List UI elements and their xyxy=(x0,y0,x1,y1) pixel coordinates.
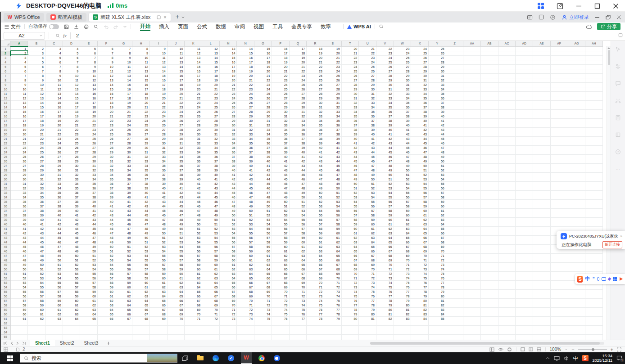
cell-AF7[interactable] xyxy=(550,74,568,78)
cell-K33[interactable]: 43 xyxy=(185,191,202,195)
cell-AG28[interactable] xyxy=(568,168,585,173)
column-header-K[interactable]: K xyxy=(185,41,202,46)
cell-AA10[interactable] xyxy=(463,87,481,92)
cell-AF65[interactable] xyxy=(550,335,568,339)
cell-AF23[interactable] xyxy=(550,146,568,150)
cell-X37[interactable]: 60 xyxy=(411,209,429,213)
cell-R10[interactable]: 27 xyxy=(307,87,324,92)
cell-M54[interactable]: 66 xyxy=(219,285,237,290)
cell-V52[interactable]: 73 xyxy=(376,276,394,281)
cell-G25[interactable]: 31 xyxy=(115,155,132,159)
cell-N3[interactable]: 16 xyxy=(237,56,254,60)
cell-H2[interactable]: 9 xyxy=(132,51,150,56)
cell-X44[interactable]: 67 xyxy=(411,240,429,245)
cell-B58[interactable]: 59 xyxy=(28,303,45,308)
cell-AC28[interactable] xyxy=(498,168,516,173)
cell-E59[interactable]: 63 xyxy=(80,308,98,312)
row-header-26[interactable]: 26 xyxy=(1,159,10,164)
cell-E12[interactable]: 16 xyxy=(80,96,98,101)
cell-AE64[interactable] xyxy=(533,330,551,335)
cell-L1[interactable]: 12 xyxy=(202,46,220,51)
cell-M30[interactable]: 42 xyxy=(219,177,237,182)
cell-P21[interactable]: 36 xyxy=(272,137,289,141)
cell-AD26[interactable] xyxy=(516,159,533,164)
cell-H4[interactable]: 11 xyxy=(132,60,150,65)
cell-A16[interactable]: 16 xyxy=(10,114,28,119)
cell-K5[interactable]: 15 xyxy=(185,65,202,69)
cell-S39[interactable]: 57 xyxy=(324,218,341,222)
cell-X63[interactable] xyxy=(411,326,429,330)
cell-F55[interactable]: 60 xyxy=(97,290,115,294)
cell-L16[interactable]: 27 xyxy=(202,114,220,119)
cell-AH58[interactable] xyxy=(585,303,603,308)
cell-Q7[interactable]: 23 xyxy=(289,74,307,78)
cell-AE37[interactable] xyxy=(533,209,551,213)
cell-AF27[interactable] xyxy=(550,164,568,168)
cell-C49[interactable]: 51 xyxy=(45,263,63,267)
quickbar-more-caret-icon[interactable] xyxy=(123,25,127,29)
cell-AC51[interactable] xyxy=(498,272,516,276)
cell-Z37[interactable] xyxy=(446,209,463,213)
cell-W59[interactable]: 81 xyxy=(394,308,411,312)
cell-X65[interactable] xyxy=(411,335,429,339)
cell-F65[interactable] xyxy=(97,335,115,339)
cell-B9[interactable]: 10 xyxy=(28,83,45,87)
cell-U5[interactable]: 25 xyxy=(359,65,376,69)
column-header-I[interactable]: I xyxy=(150,41,168,46)
cell-X38[interactable]: 61 xyxy=(411,213,429,218)
cell-E31[interactable]: 35 xyxy=(80,182,98,186)
cell-D47[interactable]: 50 xyxy=(63,254,80,258)
cell-S63[interactable] xyxy=(324,326,341,330)
cell-R36[interactable]: 53 xyxy=(307,204,324,209)
tab-preview-icon[interactable] xyxy=(157,15,161,19)
cell-W32[interactable]: 54 xyxy=(394,186,411,191)
cell-V63[interactable] xyxy=(376,326,394,330)
cell-AA7[interactable] xyxy=(463,74,481,78)
cell-W5[interactable]: 27 xyxy=(394,65,411,69)
cell-AH17[interactable] xyxy=(585,119,603,123)
cell-D34[interactable]: 37 xyxy=(63,195,80,200)
cell-T42[interactable]: 61 xyxy=(341,231,359,236)
settings-icon[interactable] xyxy=(550,14,556,20)
cell-R39[interactable]: 56 xyxy=(307,218,324,222)
cell-Z42[interactable] xyxy=(446,231,463,236)
cell-B6[interactable]: 7 xyxy=(28,69,45,74)
cell-AB19[interactable] xyxy=(481,128,498,132)
cell-M37[interactable]: 49 xyxy=(219,209,237,213)
cell-AB8[interactable] xyxy=(481,78,498,83)
cell-AD10[interactable] xyxy=(516,87,533,92)
cell-Q52[interactable]: 68 xyxy=(289,276,307,281)
cell-A58[interactable]: 58 xyxy=(10,303,28,308)
cell-AG60[interactable] xyxy=(568,312,585,317)
cell-U56[interactable]: 76 xyxy=(359,294,376,299)
cell-H56[interactable]: 63 xyxy=(132,294,150,299)
cell-X39[interactable]: 62 xyxy=(411,218,429,222)
cell-AD25[interactable] xyxy=(516,155,533,159)
cell-B20[interactable]: 21 xyxy=(28,132,45,137)
cell-AE60[interactable] xyxy=(533,312,551,317)
cell-AC18[interactable] xyxy=(498,123,516,128)
cell-M35[interactable]: 47 xyxy=(219,200,237,204)
cell-U21[interactable]: 41 xyxy=(359,137,376,141)
cell-S20[interactable]: 38 xyxy=(324,132,341,137)
cell-P44[interactable]: 59 xyxy=(272,240,289,245)
cell-Q18[interactable]: 34 xyxy=(289,123,307,128)
cell-K11[interactable]: 21 xyxy=(185,92,202,96)
cell-G5[interactable]: 11 xyxy=(115,65,132,69)
cell-G55[interactable]: 61 xyxy=(115,290,132,294)
cell-X57[interactable]: 80 xyxy=(411,299,429,303)
cell-AA30[interactable] xyxy=(463,177,481,182)
cell-G10[interactable]: 16 xyxy=(115,87,132,92)
cell-I45[interactable]: 53 xyxy=(150,245,168,249)
cell-P5[interactable]: 20 xyxy=(272,65,289,69)
cell-O35[interactable]: 49 xyxy=(254,200,272,204)
cell-C56[interactable]: 58 xyxy=(45,294,63,299)
cell-C59[interactable]: 61 xyxy=(45,308,63,312)
cell-AG4[interactable] xyxy=(568,60,585,65)
cell-AE28[interactable] xyxy=(533,168,551,173)
tray-expand-icon[interactable] xyxy=(546,357,550,360)
row-header-13[interactable]: 13 xyxy=(1,101,10,105)
cell-AH15[interactable] xyxy=(585,110,603,114)
cell-Z21[interactable] xyxy=(446,137,463,141)
cell-P14[interactable]: 29 xyxy=(272,105,289,110)
